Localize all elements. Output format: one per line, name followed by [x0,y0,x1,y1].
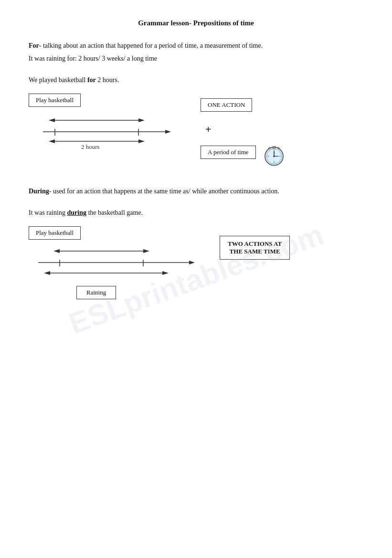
during-section: During- used for an action that happens … [29,186,363,196]
svg-point-22 [273,156,275,157]
for-example1: It was raining for: 2 hours/ 3 weeks/ a … [29,53,363,63]
for-plus: + [205,123,212,136]
for-heading: For [29,42,39,49]
page-title: Grammar lesson- Prepositions of time [29,19,363,27]
for-diagram-row: Play basketball 2 hour [29,94,363,167]
during-timeline-svg [29,244,201,290]
during-sentence-line: It was raining during the basketball gam… [29,208,363,218]
svg-text:2 hours: 2 hours [81,143,100,150]
during-heading: During [29,188,49,195]
during-two-actions-box: TWO ACTIONS ATTHE SAME TIME [220,236,290,260]
svg-marker-2 [138,118,145,122]
svg-marker-31 [44,271,50,275]
during-diagram-row: Play basketball Raining [29,226,363,299]
svg-rect-12 [272,147,275,148]
for-sentence-line: We played basketball for 2 hours. [29,75,363,85]
svg-marker-9 [138,139,145,143]
during-timeline-area: Play basketball Raining [29,226,201,299]
during-box1: Play basketball [29,226,81,240]
svg-marker-27 [189,261,195,264]
for-period-row: A period of time [201,142,286,167]
for-period-box: A period of time [201,146,256,159]
for-box1: Play basketball [29,94,81,107]
during-description: During- used for an action that happens … [29,186,363,196]
during-raining-box: Raining [76,286,116,299]
during-right-area: TWO ACTIONS ATTHE SAME TIME [220,236,290,260]
svg-marker-4 [165,130,171,134]
for-timeline-svg: 2 hours [29,112,172,150]
svg-marker-25 [143,249,149,253]
for-one-action-box: ONE ACTION [201,98,252,112]
svg-marker-8 [49,139,55,143]
svg-marker-1 [49,118,55,122]
clock-icon [262,142,286,167]
for-timeline-area: Play basketball 2 hour [29,94,181,150]
for-description: For- talking about an action that happen… [29,41,363,51]
for-right-area: ONE ACTION + A period of time [201,98,286,167]
svg-marker-24 [53,249,60,253]
for-section: For- talking about an action that happen… [29,41,363,63]
during-sentence: It was raining during the basketball gam… [29,208,363,299]
svg-marker-32 [162,271,169,275]
for-sentence: We played basketball for 2 hours. Play b… [29,75,363,167]
